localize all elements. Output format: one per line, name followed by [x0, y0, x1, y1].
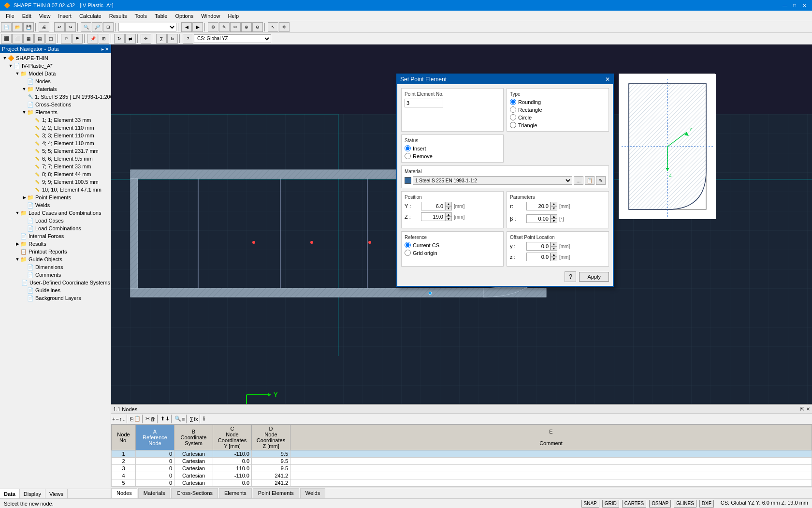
tb-redo[interactable]: ↪ — [65, 22, 76, 32]
mat-btn-search[interactable]: ... — [574, 176, 583, 185]
maximize-btn[interactable]: □ — [791, 1, 798, 9]
offset-z-input[interactable] — [526, 253, 551, 261]
tb2-btn4[interactable]: ▤ — [34, 34, 45, 44]
param-r-up[interactable]: ▲ — [551, 202, 557, 206]
bt-paste[interactable]: 📋 — [134, 416, 141, 422]
tab-point-elements[interactable]: Point Elements — [253, 488, 299, 498]
tree-item-results[interactable]: ▶ 📁 Results — [1, 240, 110, 248]
tb-zoom-in[interactable]: 🔍 — [81, 22, 91, 32]
tb2-btn3[interactable]: ▦ — [23, 34, 34, 44]
tree-item-el5[interactable]: 📏 5; 5; Element 231.7 mm — [1, 147, 110, 155]
minimize-btn[interactable]: — — [781, 1, 789, 9]
tree-item-nodes[interactable]: 📄 Nodes — [1, 77, 110, 85]
bt-cut[interactable]: ✂ — [145, 416, 150, 422]
menu-tools[interactable]: Tools — [130, 12, 151, 20]
tree-item-mat1[interactable]: 🔧 1: Steel S 235 | EN 1993-1-1:2005 — [1, 93, 110, 101]
tb2-rotate[interactable]: ↻ — [114, 34, 125, 44]
type-rectangle[interactable]: Rectangle — [510, 106, 606, 113]
dialog-help-btn[interactable]: ? — [565, 271, 576, 282]
table-row[interactable]: 5 0 Cartesian 0.0 241.2 — [112, 479, 812, 487]
tree-item-el1[interactable]: 📏 1; 1; Element 33 mm — [1, 116, 110, 124]
table-row[interactable]: 2 0 Cartesian 0.0 9.5 — [112, 458, 812, 465]
apply-button[interactable]: Apply — [579, 272, 609, 282]
param-beta-up[interactable]: ▲ — [551, 214, 557, 219]
tree-item-internal-forces[interactable]: 📄 Internal Forces — [1, 232, 110, 240]
bt-sort[interactable]: ≡ — [182, 416, 185, 422]
bt-add[interactable]: + — [112, 416, 115, 422]
indicator-snap[interactable]: SNAP — [581, 500, 599, 508]
bt-clear[interactable]: 🗑 — [150, 416, 156, 422]
tree-item-comments[interactable]: 📄 Comments — [1, 271, 110, 279]
tree-item-load-cases[interactable]: 📄 Load Cases — [1, 217, 110, 224]
tb2-axis[interactable]: ✛ — [141, 34, 151, 44]
pos-z-input[interactable] — [421, 212, 445, 221]
tb2-btn2[interactable]: ⬜ — [12, 34, 23, 44]
param-r-input[interactable] — [526, 202, 551, 210]
bt-filter[interactable]: 🔍 — [174, 416, 181, 422]
menu-table[interactable]: Table — [151, 12, 171, 20]
pos-y-down[interactable]: ▼ — [445, 206, 452, 210]
tb2-btn1[interactable]: ⬛ — [1, 34, 12, 44]
tab-welds[interactable]: Welds — [300, 488, 325, 498]
tree-item-el4[interactable]: 📏 4; 4; Element 110 mm — [1, 139, 110, 147]
pos-y-input[interactable] — [421, 202, 445, 210]
bt-export[interactable]: ⬆ — [160, 416, 165, 422]
indicator-dxf[interactable]: DXF — [699, 500, 714, 508]
tb-print[interactable]: 🖨 — [39, 22, 49, 32]
toggle-icon[interactable]: ▼ — [21, 110, 27, 115]
panel-tab-views[interactable]: Views — [45, 489, 68, 498]
tb2-snap[interactable]: 📌 — [87, 34, 98, 44]
panel-close-btn[interactable]: ✕ — [105, 46, 109, 52]
tree-item-iv-plastic[interactable]: ▼ 📄 IV-Plastic_A* — [1, 62, 110, 70]
toggle-icon[interactable]: ▼ — [14, 257, 20, 262]
panel-tab-display[interactable]: Display — [20, 489, 45, 498]
tree-item-cross-sections[interactable]: 📄 Cross-Sections — [1, 101, 110, 108]
offset-y-input[interactable] — [526, 242, 551, 251]
toggle-icon[interactable]: ▶ — [14, 241, 20, 246]
status-remove[interactable]: Remove — [405, 153, 500, 159]
tree-item-el6[interactable]: 📏 6; 6; Element 9.5 mm — [1, 155, 110, 163]
type-circle[interactable]: Circle — [510, 114, 606, 120]
tree-item-user-coord[interactable]: 📄 User-Defined Coordinate Systems — [1, 279, 110, 286]
dialog-close-btn[interactable]: ✕ — [605, 76, 610, 83]
pos-z-down[interactable]: ▼ — [445, 217, 452, 221]
param-beta-down[interactable]: ▼ — [551, 219, 557, 223]
bt-copy[interactable]: ⎘ — [130, 416, 133, 422]
pos-z-up[interactable]: ▲ — [445, 212, 452, 217]
tree-item-el2[interactable]: 📏 2; 2; Element 110 mm — [1, 124, 110, 132]
tb-zoom-fit[interactable]: ⊡ — [103, 22, 114, 32]
status-insert[interactable]: Insert — [405, 145, 500, 151]
menu-window[interactable]: Window — [197, 12, 224, 20]
material-select[interactable]: 1 Steel S 235 EN 1993-1-1:2 — [413, 176, 572, 185]
bt-sum[interactable]: ∑ — [189, 416, 193, 422]
tree-item-el10[interactable]: 📏 10; 10; Element 47.1 mm — [1, 186, 110, 194]
bt-info[interactable]: ℹ — [203, 416, 205, 422]
tb2-mirror[interactable]: ⇌ — [125, 34, 136, 44]
tb-nav-left[interactable]: ◀ — [181, 22, 192, 32]
tb2-btn5[interactable]: ◫ — [45, 34, 56, 44]
menu-help[interactable]: Help — [224, 12, 243, 20]
indicator-glines[interactable]: GLINES — [674, 500, 696, 508]
tree-item-elements[interactable]: ▼ 📁 Elements — [1, 108, 110, 116]
bt-move-down[interactable]: ↓ — [122, 416, 125, 422]
tb2-fx[interactable]: fx — [167, 34, 178, 44]
offset-z-up[interactable]: ▲ — [551, 253, 557, 257]
radio-rectangle[interactable] — [510, 106, 516, 113]
tree-item-dimensions[interactable]: 📄 Dimensions — [1, 263, 110, 271]
param-r-down[interactable]: ▼ — [551, 206, 557, 210]
tb-btn-e[interactable]: ⊖ — [252, 22, 263, 32]
bt-move-up[interactable]: ↑ — [119, 416, 122, 422]
radio-rounding[interactable] — [510, 99, 516, 105]
offset-y-down[interactable]: ▼ — [551, 246, 557, 251]
toggle-icon[interactable]: ▼ — [8, 63, 14, 68]
tab-elements[interactable]: Elements — [219, 488, 252, 498]
menu-options[interactable]: Options — [171, 12, 197, 20]
offset-z-down[interactable]: ▼ — [551, 257, 557, 261]
tree-item-el8[interactable]: 📏 8; 8; Element 44 mm — [1, 170, 110, 178]
pos-y-up[interactable]: ▲ — [445, 202, 452, 206]
tb-nav-right[interactable]: ▶ — [192, 22, 203, 32]
tb-btn-c[interactable]: ✂ — [230, 22, 241, 32]
tb2-btn7[interactable]: ⚑ — [72, 34, 83, 44]
mat-btn-copy[interactable]: 📋 — [585, 176, 594, 185]
indicator-grid[interactable]: GRID — [602, 500, 619, 508]
